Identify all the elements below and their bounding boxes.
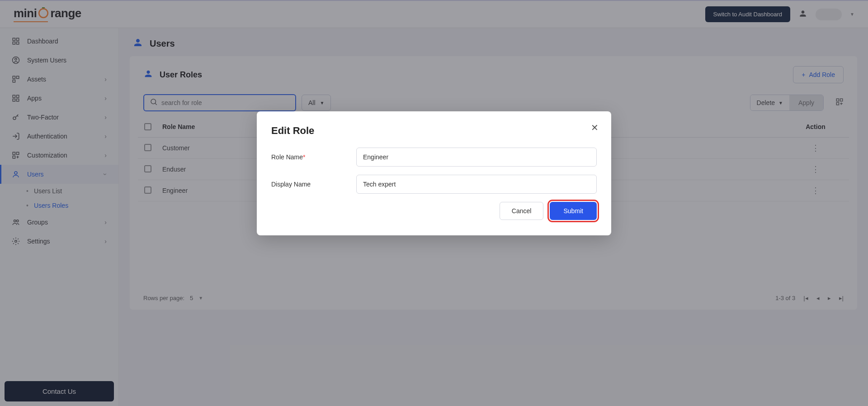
close-icon[interactable]: ✕ (591, 122, 599, 133)
modal-title: Edit Role (271, 125, 597, 137)
role-name-label: Role Name* (271, 153, 345, 161)
edit-role-modal: Edit Role ✕ Role Name* Display Name Canc… (257, 111, 611, 235)
submit-button[interactable]: Submit (550, 202, 597, 220)
display-name-label: Display Name (271, 181, 345, 188)
modal-overlay[interactable]: Edit Role ✕ Role Name* Display Name Canc… (0, 0, 868, 406)
cancel-button[interactable]: Cancel (500, 202, 544, 220)
display-name-input[interactable] (356, 175, 597, 194)
role-name-input[interactable] (356, 148, 597, 167)
